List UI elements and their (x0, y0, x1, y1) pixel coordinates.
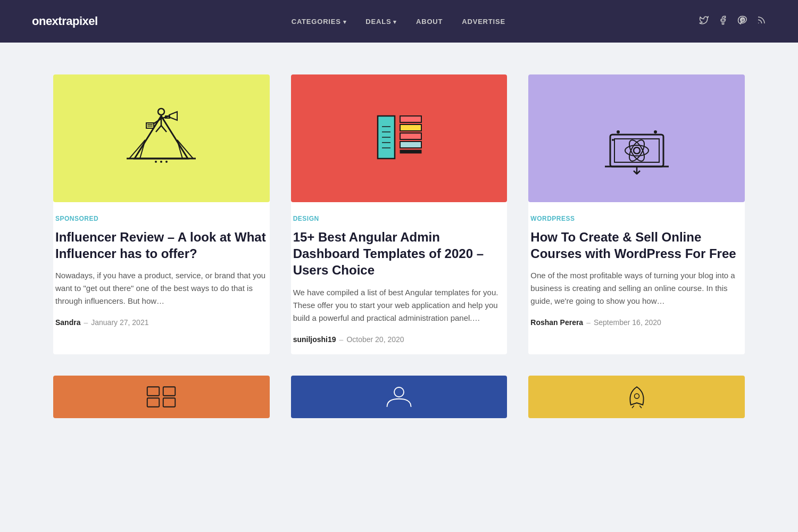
card-meta-2: suniljoshi19 – October 20, 2020 (293, 335, 505, 344)
svg-point-32 (634, 147, 640, 154)
site-logo[interactable]: onextrapixel (32, 14, 98, 28)
card-dash-1: – (84, 318, 88, 327)
svg-rect-23 (400, 150, 421, 153)
navbar: onextrapixel CATEGORIES DEALS ABOUT ADVE… (0, 0, 798, 43)
dashboard-icon (362, 100, 436, 177)
svg-line-46 (632, 405, 634, 408)
card-date-2: October 20, 2020 (346, 335, 404, 344)
cards-grid: SPONSORED Influencer Review – A look at … (53, 74, 745, 354)
influencer-icon (124, 100, 198, 177)
social-icons (699, 15, 766, 27)
card-author-1: Sandra (55, 318, 80, 327)
card-title-3[interactable]: How To Create & Sell Online Courses with… (530, 229, 743, 262)
rocket-icon (621, 384, 653, 410)
svg-rect-42 (147, 398, 160, 407)
card-partial-2[interactable] (291, 376, 508, 418)
main-content: SPONSORED Influencer Review – A look at … (43, 43, 755, 439)
twitter-icon[interactable] (699, 15, 709, 27)
card-dash-3: – (586, 318, 591, 327)
card-meta-1: Sandra – January 27, 2021 (55, 318, 268, 327)
svg-point-6 (165, 161, 168, 163)
card-category-1: SPONSORED (55, 215, 268, 222)
svg-rect-20 (400, 124, 421, 131)
card-image-2 (291, 74, 508, 202)
nav-item-categories[interactable]: CATEGORIES (292, 16, 347, 26)
svg-point-7 (155, 161, 157, 163)
card-image-3 (528, 74, 745, 202)
nav-link-advertise[interactable]: ADVERTISE (462, 18, 505, 26)
wordpress-icon (600, 100, 674, 177)
card-image-1 (53, 74, 270, 202)
card-excerpt-2: We have compiled a list of best Angular … (293, 286, 505, 325)
grid-icon (145, 384, 177, 410)
person-icon (383, 384, 415, 410)
svg-rect-41 (163, 387, 176, 396)
svg-line-12 (156, 126, 161, 132)
nav-item-about[interactable]: ABOUT (416, 16, 443, 26)
nav-link-about[interactable]: ABOUT (416, 18, 443, 26)
card-date-1: January 27, 2021 (91, 318, 148, 327)
card-body-3: WORDPRESS How To Create & Sell Online Co… (528, 202, 745, 337)
card-title-2[interactable]: 15+ Best Angular Admin Dashboard Templat… (293, 229, 505, 279)
card-dash-2: – (339, 335, 344, 344)
card-date-3: September 16, 2020 (594, 318, 661, 327)
nav-item-advertise[interactable]: ADVERTISE (462, 16, 505, 26)
cards-bottom-row (53, 376, 745, 418)
card-dashboard: DESIGN 15+ Best Angular Admin Dashboard … (291, 74, 508, 354)
svg-line-13 (161, 126, 167, 132)
card-partial-1[interactable] (53, 376, 270, 418)
card-influencer: SPONSORED Influencer Review – A look at … (53, 74, 270, 354)
svg-rect-40 (147, 387, 160, 396)
svg-rect-21 (400, 133, 421, 139)
svg-point-37 (617, 130, 620, 134)
card-excerpt-1: Nowadays, if you have a product, service… (55, 269, 268, 307)
card-author-2: suniljoshi19 (293, 335, 336, 344)
svg-point-38 (654, 130, 657, 134)
nav-item-deals[interactable]: DEALS (365, 16, 397, 26)
card-wordpress: WORDPRESS How To Create & Sell Online Co… (528, 74, 745, 354)
svg-rect-43 (163, 398, 176, 407)
svg-point-44 (394, 387, 404, 397)
card-author-3: Roshan Perera (530, 318, 583, 327)
card-body-1: SPONSORED Influencer Review – A look at … (53, 202, 270, 337)
card-body-2: DESIGN 15+ Best Angular Admin Dashboard … (291, 202, 508, 354)
card-category-2: DESIGN (293, 215, 505, 222)
svg-point-39 (612, 139, 614, 141)
svg-rect-22 (400, 142, 421, 148)
facebook-icon[interactable] (718, 15, 728, 27)
svg-line-47 (639, 405, 642, 408)
svg-rect-15 (146, 123, 154, 128)
card-title-1[interactable]: Influencer Review – A look at What Influ… (55, 229, 268, 262)
svg-point-8 (158, 109, 164, 115)
card-excerpt-3: One of the most profitable ways of turni… (530, 269, 743, 307)
card-meta-3: Roshan Perera – September 16, 2020 (530, 318, 743, 327)
svg-point-0 (758, 23, 759, 24)
nav-links: CATEGORIES DEALS ABOUT ADVERTISE (292, 16, 505, 26)
nav-link-categories[interactable]: CATEGORIES (292, 18, 347, 26)
nav-link-deals[interactable]: DEALS (365, 18, 397, 26)
svg-point-45 (634, 394, 639, 398)
svg-point-5 (160, 161, 162, 163)
card-category-3: WORDPRESS (530, 215, 743, 222)
pinterest-icon[interactable] (737, 15, 747, 27)
rss-icon[interactable] (757, 15, 766, 27)
card-partial-3[interactable] (528, 376, 745, 418)
svg-rect-19 (400, 116, 421, 122)
